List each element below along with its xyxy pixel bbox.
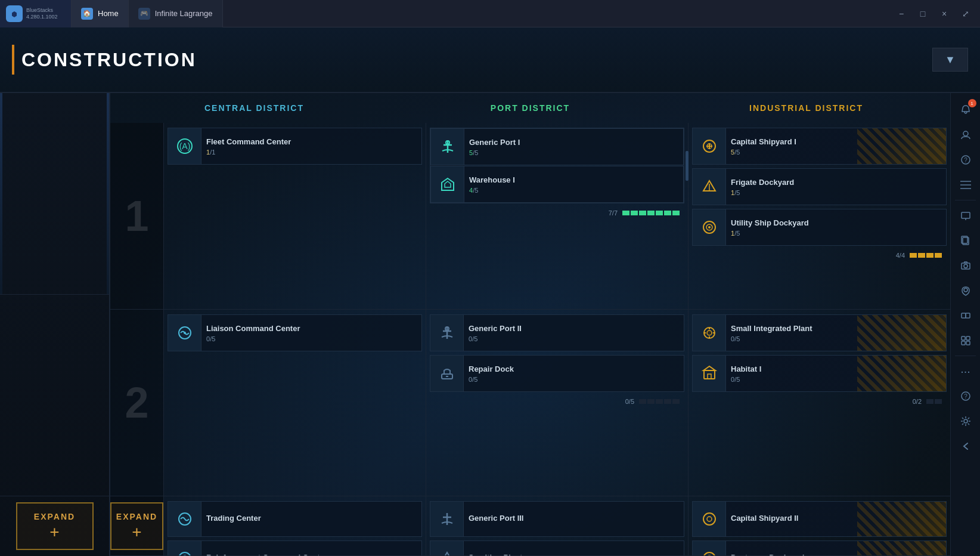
svg-text:(A): (A) xyxy=(179,141,190,151)
notifications-button[interactable]: 1 xyxy=(954,98,978,122)
title-accent xyxy=(12,45,14,75)
game-tab[interactable]: 🎮 Infinite Lagrange xyxy=(129,0,223,27)
expand-zone3-button[interactable]: EXPAND + xyxy=(110,502,163,550)
capital-shipyard-1-icon-wrap xyxy=(693,128,726,164)
fleet-command-center-icon: (A) xyxy=(174,135,196,157)
habitat-1-icon-wrap xyxy=(693,356,726,391)
liaison-command-center-icon xyxy=(174,322,196,344)
capital-shipyard-1-info: Capital Shipyard I 5/5 xyxy=(726,134,946,159)
utility-ship-dockyard-icon xyxy=(699,217,720,238)
construction-title: CONSTRUCTION xyxy=(12,45,197,75)
generic-port-3-card[interactable]: Generic Port III xyxy=(430,501,684,537)
reinforcement-command-center-card[interactable]: Reinforcement Command Center xyxy=(168,540,422,556)
menu-button[interactable] xyxy=(954,173,978,197)
capital-shipyard-2-card[interactable]: Capital Shipyard II xyxy=(692,501,947,537)
minimize-button[interactable]: − xyxy=(892,5,911,23)
small-integrated-plant-icon xyxy=(699,322,720,344)
svg-point-48 xyxy=(964,264,967,268)
trading-center-icon-wrap xyxy=(168,501,201,537)
fleet-command-center-card[interactable]: (A) Fleet Command Center 1/1 xyxy=(168,128,422,165)
maximize-button[interactable]: □ xyxy=(913,5,932,23)
industrial-district-col: INDUSTRIAL DISTRICT xyxy=(668,103,944,113)
fleet-command-center-info: Fleet Command Center 1/1 xyxy=(201,134,421,159)
screenshot-button[interactable] xyxy=(954,254,978,277)
trading-center-card[interactable]: Trading Center xyxy=(168,501,422,537)
fleet-command-center-name: Fleet Command Center xyxy=(206,137,417,146)
destroyer-dockyard-icon xyxy=(699,548,720,556)
zone-1-industrial-footer: 4/4 xyxy=(692,249,947,261)
close-button[interactable]: × xyxy=(935,5,954,23)
repair-dock-info: Repair Dock 0/5 xyxy=(464,361,684,387)
warehouse-1-count: 4/5 xyxy=(469,187,678,194)
generic-port-2-info: Generic Port II 0/5 xyxy=(464,320,684,346)
home-tab[interactable]: 🏠 Home xyxy=(72,0,129,27)
generic-port-1-name: Generic Port I xyxy=(469,138,678,147)
profile-button[interactable] xyxy=(954,123,978,147)
resize-button[interactable] xyxy=(954,304,978,328)
svg-point-34 xyxy=(703,552,715,556)
reinforcement-command-center-name: Reinforcement Command Center xyxy=(206,553,417,557)
svg-rect-27 xyxy=(708,374,711,379)
more-button[interactable]: ··· xyxy=(954,359,978,383)
capital-shipyard-1-icon xyxy=(699,135,720,157)
svg-rect-52 xyxy=(962,336,965,340)
svg-point-13 xyxy=(708,226,711,228)
liaison-command-center-card[interactable]: Liaison Command Center 0/5 xyxy=(168,314,422,351)
frigate-dockyard-card[interactable]: Frigate Dockyard 1/5 xyxy=(692,168,947,205)
smelting-plant-card[interactable]: Smelting Plant xyxy=(430,540,684,556)
generic-port-3-icon xyxy=(436,508,458,530)
frigate-dockyard-info: Frigate Dockyard 1/5 xyxy=(726,174,946,200)
svg-point-20 xyxy=(707,330,712,335)
warehouse-1-icon-wrap xyxy=(431,166,464,202)
location-button[interactable] xyxy=(954,279,978,302)
generic-port-1-card[interactable]: Generic Port I 5/5 xyxy=(430,128,684,165)
destroyer-dockyard-name: Destroyer Dockyard xyxy=(731,553,941,557)
habitat-1-card[interactable]: Habitat I 0/5 xyxy=(692,355,947,392)
small-integrated-plant-card[interactable]: Small Integrated Plant 0/5 xyxy=(692,314,947,351)
zone-2-number: 2 xyxy=(110,310,164,496)
restore-button[interactable]: ⤢ xyxy=(956,5,975,23)
utility-ship-dockyard-name: Utility Ship Dockyard xyxy=(731,218,941,227)
generic-port-2-icon xyxy=(436,322,458,344)
svg-marker-6 xyxy=(445,181,451,187)
svg-point-37 xyxy=(963,131,968,136)
svg-rect-51 xyxy=(966,313,970,318)
central-district-label: CENTRAL DISTRICT xyxy=(204,103,304,113)
header-dropdown-button[interactable]: ▼ xyxy=(932,48,968,72)
right-toolbar: 1 ? xyxy=(950,93,980,556)
capital-shipyard-1-count: 5/5 xyxy=(731,149,941,156)
capital-shipyard-1-card[interactable]: Capital Shipyard I 5/5 xyxy=(692,128,947,165)
small-integrated-plant-info: Small Integrated Plant 0/5 xyxy=(726,320,946,346)
expand-button[interactable]: EXPAND + xyxy=(16,502,94,550)
small-integrated-plant-icon-wrap xyxy=(693,315,726,351)
copy-button[interactable] xyxy=(954,228,978,252)
zone-2-industrial: Small Integrated Plant 0/5 xyxy=(689,310,950,496)
back-button[interactable] xyxy=(954,434,978,458)
frigate-dockyard-name: Frigate Dockyard xyxy=(731,178,941,187)
svg-point-15 xyxy=(184,332,186,334)
zone-2-port-progress xyxy=(639,399,680,404)
repair-dock-card[interactable]: Repair Dock 0/5 xyxy=(430,355,684,392)
svg-point-29 xyxy=(179,552,191,556)
zone-2-industrial-progress xyxy=(926,399,942,404)
title-bar-left: BlueStacks 4.280.1.1002 🏠 Home 🎮 Infinit… xyxy=(0,0,223,27)
help2-button[interactable]: ? xyxy=(954,384,978,408)
smelting-plant-name: Smelting Plant xyxy=(469,553,679,557)
svg-point-33 xyxy=(707,517,712,521)
settings-button[interactable] xyxy=(954,409,978,433)
fleet-command-center-icon-wrap: (A) xyxy=(168,128,201,164)
smelting-plant-icon xyxy=(436,548,458,556)
zone-1-industrial: Capital Shipyard I 5/5 xyxy=(689,123,950,309)
warehouse-1-card[interactable]: Warehouse I 4/5 xyxy=(430,166,684,203)
frigate-dockyard-icon-wrap xyxy=(693,169,726,205)
destroyer-dockyard-card[interactable]: Destroyer Dockyard xyxy=(692,540,947,556)
generic-port-2-card[interactable]: Generic Port II 0/5 xyxy=(430,314,684,351)
generic-port-1-icon-wrap xyxy=(431,129,464,165)
zone-3-row: EXPAND + xyxy=(110,496,950,556)
help-button[interactable]: ? xyxy=(954,148,978,172)
multiinstance-button[interactable] xyxy=(954,329,978,353)
utility-ship-dockyard-card[interactable]: Utility Ship Dockyard 1/5 xyxy=(692,209,947,246)
performance-button[interactable] xyxy=(954,203,978,227)
zone-1-row: 1 (A) xyxy=(110,123,950,310)
title-bar: BlueStacks 4.280.1.1002 🏠 Home 🎮 Infinit… xyxy=(0,0,980,27)
